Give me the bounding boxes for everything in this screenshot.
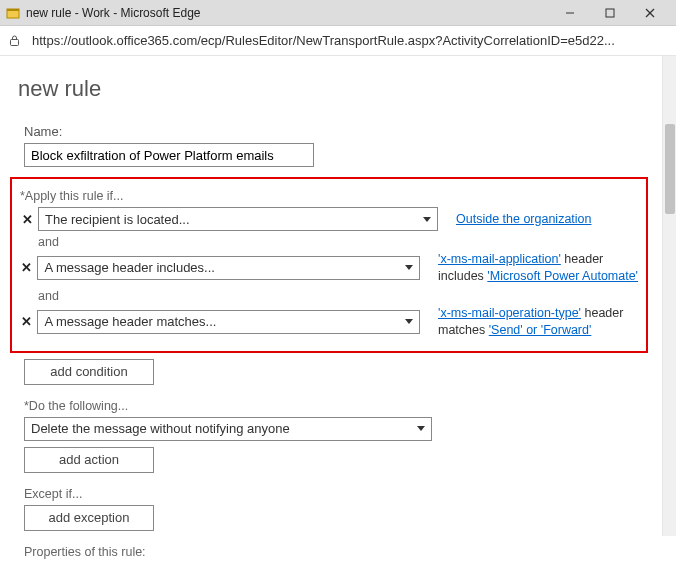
remove-condition-icon[interactable]: ✕ [20,260,33,275]
condition-value-1[interactable]: Outside the organization [456,211,592,228]
minimize-button[interactable] [550,1,590,25]
vertical-scrollbar[interactable] [662,56,676,536]
dropdown-text: Delete the message without notifying any… [31,421,290,436]
do-following-label: *Do the following... [24,399,648,413]
and-label: and [38,289,638,303]
conditions-highlight: *Apply this rule if... ✕ The recipient i… [10,177,648,353]
condition-value-3[interactable]: 'x-ms-mail-operation-type' header matche… [438,305,638,339]
add-condition-button[interactable]: add condition [24,359,154,385]
action-dropdown[interactable]: Delete the message without notifying any… [24,417,432,441]
address-bar: https://outlook.office365.com/ecp/RulesE… [0,26,676,56]
add-action-button[interactable]: add action [24,447,154,473]
dropdown-text: A message header includes... [44,260,215,275]
condition-row: ✕ A message header matches... 'x-ms-mail… [20,305,638,339]
condition-dropdown-2[interactable]: A message header includes... [37,256,420,280]
name-label: Name: [24,124,648,139]
condition-value-2[interactable]: 'x-ms-mail-application' header includes … [438,251,638,285]
add-exception-button[interactable]: add exception [24,505,154,531]
chevron-down-icon [417,426,425,431]
close-button[interactable] [630,1,670,25]
dropdown-text: The recipient is located... [45,212,190,227]
page-title: new rule [18,76,648,102]
chevron-down-icon [405,265,413,270]
url-text[interactable]: https://outlook.office365.com/ecp/RulesE… [32,33,668,48]
rule-name-input[interactable] [24,143,314,167]
window-title: new rule - Work - Microsoft Edge [26,6,550,20]
condition-row: ✕ The recipient is located... Outside th… [20,207,638,231]
app-icon [6,6,20,20]
remove-condition-icon[interactable]: ✕ [20,212,34,227]
condition-row: ✕ A message header includes... 'x-ms-mai… [20,251,638,285]
properties-label: Properties of this rule: [24,545,648,559]
apply-rule-label: *Apply this rule if... [20,189,638,203]
lock-icon [8,34,24,47]
scroll-thumb[interactable] [665,124,675,214]
svg-rect-6 [11,40,19,46]
svg-rect-3 [606,9,614,17]
dropdown-text: A message header matches... [44,314,216,329]
condition-dropdown-1[interactable]: The recipient is located... [38,207,438,231]
remove-condition-icon[interactable]: ✕ [20,314,33,329]
maximize-button[interactable] [590,1,630,25]
window-titlebar: new rule - Work - Microsoft Edge [0,0,676,26]
chevron-down-icon [405,319,413,324]
and-label: and [38,235,638,249]
except-if-label: Except if... [24,487,648,501]
chevron-down-icon [423,217,431,222]
condition-dropdown-3[interactable]: A message header matches... [37,310,420,334]
svg-rect-1 [7,9,19,11]
